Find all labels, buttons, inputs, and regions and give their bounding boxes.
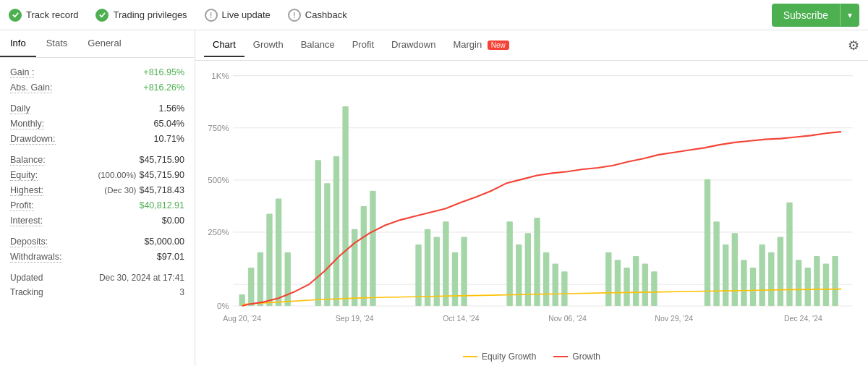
- tab-margin[interactable]: Margin New: [444, 33, 517, 57]
- tab-profit[interactable]: Profit: [344, 33, 383, 57]
- updated-label: Updated: [10, 273, 43, 283]
- monthly-row: Monthly: 65.04%: [10, 116, 184, 132]
- tab-stats[interactable]: Stats: [36, 30, 78, 57]
- svg-rect-53: [796, 260, 801, 306]
- tab-balance[interactable]: Balance: [292, 33, 344, 57]
- tab-drawdown[interactable]: Drawdown: [383, 33, 444, 57]
- svg-rect-25: [425, 229, 430, 306]
- top-bar: Track record Trading privileges ! Live u…: [0, 0, 868, 30]
- highest-date: (Dec 30): [104, 186, 136, 195]
- svg-rect-27: [443, 221, 448, 306]
- svg-rect-18: [324, 183, 330, 306]
- highest-row: Highest: (Dec 30)$45,718.43: [10, 183, 184, 198]
- gain-label: Gain :: [10, 67, 34, 78]
- svg-rect-51: [778, 237, 783, 306]
- svg-text:500%: 500%: [208, 175, 229, 184]
- tracking-label: Tracking: [10, 287, 43, 297]
- trading-privileges-icon: [95, 9, 109, 22]
- legend-growth: Growth: [553, 352, 600, 362]
- svg-rect-47: [741, 260, 746, 306]
- svg-rect-26: [434, 237, 440, 306]
- updated-row: Updated Dec 30, 2024 at 17:41: [10, 271, 184, 285]
- profit-label: Profit:: [10, 200, 34, 211]
- deposits-value: $5,000.00: [144, 237, 184, 247]
- svg-rect-55: [814, 256, 820, 306]
- left-panel: Info Stats General Gain : +816.95% Abs. …: [0, 30, 195, 366]
- svg-rect-50: [768, 252, 774, 306]
- abs-gain-label: Abs. Gain:: [10, 82, 52, 93]
- svg-rect-16: [285, 252, 291, 306]
- balance-value: $45,715.90: [139, 155, 184, 165]
- svg-text:Nov 29, '24: Nov 29, '24: [655, 314, 693, 323]
- deposits-row: Deposits: $5,000.00: [10, 234, 184, 250]
- svg-text:1K%: 1K%: [211, 71, 229, 80]
- filter-icon[interactable]: ⚙: [848, 38, 859, 54]
- equity-pct: (100.00%): [98, 171, 136, 179]
- svg-rect-37: [605, 252, 611, 306]
- tab-growth[interactable]: Growth: [244, 33, 292, 57]
- cashback-icon: !: [288, 9, 301, 22]
- svg-text:250%: 250%: [208, 227, 229, 237]
- tracking-row: Tracking 3: [10, 285, 184, 299]
- svg-text:750%: 750%: [208, 123, 229, 132]
- svg-rect-19: [333, 156, 339, 306]
- svg-rect-14: [266, 214, 272, 306]
- highest-value: (Dec 30)$45,718.43: [104, 185, 184, 195]
- new-badge: New: [488, 41, 509, 50]
- deposits-label: Deposits:: [10, 237, 48, 247]
- svg-rect-41: [642, 264, 648, 306]
- track-record-icon: [9, 9, 22, 22]
- svg-rect-20: [342, 106, 348, 306]
- svg-rect-54: [805, 268, 811, 306]
- svg-rect-33: [534, 218, 540, 306]
- chart-legend: Equity Growth Growth: [195, 349, 868, 366]
- svg-rect-35: [553, 264, 558, 306]
- equity-value: (100.00%)$45,715.90: [98, 170, 184, 180]
- svg-rect-31: [516, 244, 522, 306]
- svg-rect-28: [452, 252, 458, 306]
- tab-chart[interactable]: Chart: [204, 33, 244, 57]
- abs-gain-value: +816.26%: [143, 82, 184, 93]
- svg-text:Sep 19, '24: Sep 19, '24: [336, 314, 374, 323]
- svg-rect-44: [713, 221, 719, 306]
- monthly-label: Monthly:: [10, 119, 44, 129]
- subscribe-button[interactable]: Subscribe ▾: [772, 4, 859, 27]
- updated-value: Dec 30, 2024 at 17:41: [99, 273, 184, 283]
- legend-equity: Equity Growth: [463, 352, 536, 362]
- live-update-icon: !: [205, 9, 218, 22]
- svg-rect-23: [370, 191, 375, 306]
- trading-privileges-label: Trading privileges: [113, 9, 187, 20]
- cashback-label: Cashback: [305, 9, 347, 20]
- interest-value: $0.00: [162, 216, 184, 226]
- monthly-value: 65.04%: [154, 119, 184, 129]
- svg-rect-15: [276, 198, 281, 306]
- svg-rect-17: [315, 160, 321, 306]
- equity-legend-label: Equity Growth: [482, 352, 536, 362]
- svg-rect-49: [759, 244, 765, 306]
- svg-rect-56: [823, 264, 829, 306]
- subscribe-arrow-icon: ▾: [840, 4, 859, 26]
- main-content: Info Stats General Gain : +816.95% Abs. …: [0, 30, 868, 366]
- svg-text:0%: 0%: [217, 301, 229, 310]
- equity-row: Equity: (100.00%)$45,715.90: [10, 168, 184, 183]
- drawdown-value: 10.71%: [154, 134, 184, 144]
- tab-general[interactable]: General: [77, 30, 131, 57]
- trading-privileges-item: Trading privileges: [95, 9, 187, 22]
- live-update-label: Live update: [222, 9, 271, 20]
- interest-label: Interest:: [10, 216, 43, 226]
- live-update-item: ! Live update: [205, 9, 271, 22]
- svg-text:Oct 14, '24: Oct 14, '24: [443, 314, 480, 323]
- growth-line-icon: [553, 356, 568, 357]
- svg-text:Dec 24, '24: Dec 24, '24: [784, 314, 822, 323]
- left-tabs: Info Stats General: [0, 30, 195, 58]
- svg-rect-30: [506, 221, 512, 306]
- track-record-item: Track record: [9, 9, 78, 22]
- daily-row: Daily 1.56%: [10, 101, 184, 116]
- stats-grid: Gain : +816.95% Abs. Gain: +816.26% Dail…: [0, 58, 195, 307]
- equity-label: Equity:: [10, 170, 38, 181]
- chart-svg: 1K% 750% 500% 250% 0%: [203, 68, 856, 344]
- cashback-item: ! Cashback: [288, 9, 347, 22]
- tab-info[interactable]: Info: [0, 30, 36, 57]
- gain-row: Gain : +816.95%: [10, 65, 184, 80]
- svg-rect-43: [705, 179, 710, 306]
